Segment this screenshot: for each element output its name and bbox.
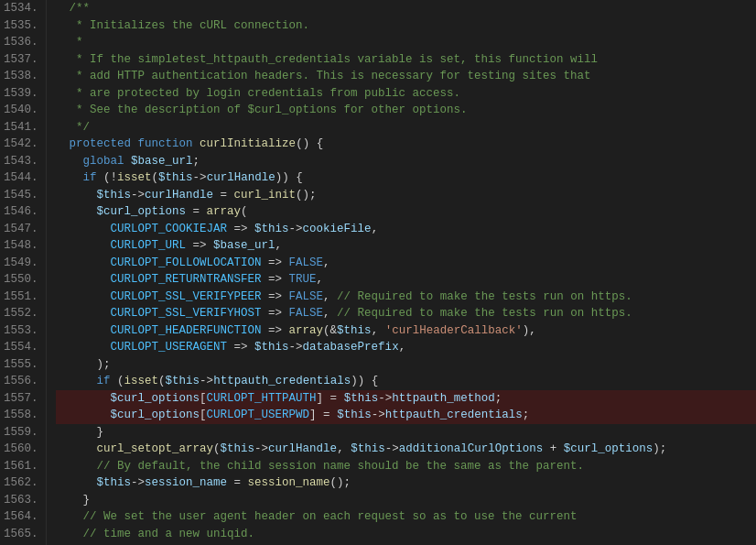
token: // Required to make the tests run on htt… <box>337 290 632 303</box>
token: * add HTTP authentication headers. This … <box>56 70 591 82</box>
token: $this <box>97 476 132 489</box>
code-line: CURLOPT_FOLLOWLOCATION => FALSE, <box>56 255 756 272</box>
token: (); <box>330 476 351 489</box>
token: CURLOPT_URL <box>111 239 187 252</box>
token: $base_url <box>213 239 275 252</box>
code-editor: 1534.1535.1536.1537.1538.1539.1540.1541.… <box>0 0 756 545</box>
token: , <box>337 442 351 455</box>
token: ( <box>158 375 166 387</box>
code-line: $curl_options[CURLOPT_USERPWD] = $this->… <box>56 407 756 424</box>
token <box>131 137 138 150</box>
token: ); <box>653 442 666 455</box>
token: CURLOPT_FOLLOWLOCATION <box>111 256 262 269</box>
token <box>56 205 97 218</box>
token: + <box>543 442 564 455</box>
token: (& <box>323 324 337 337</box>
code-line: curl_setopt_array($this->curlHandle, $th… <box>56 441 756 458</box>
token: ); <box>56 358 111 371</box>
token: FALSE <box>289 307 324 320</box>
token: ), <box>523 324 536 337</box>
token: * See the description of $curl_options f… <box>56 104 468 116</box>
token: CURLOPT_USERAGENT <box>111 341 228 354</box>
token: $curl_options <box>111 409 200 421</box>
token <box>56 324 111 337</box>
code-line: CURLOPT_SSL_VERIFYPEER => FALSE, // Requ… <box>56 289 756 306</box>
line-number: 1542. <box>4 136 38 153</box>
code-line: $curl_options[CURLOPT_HTTPAUTH] = $this-… <box>56 390 756 408</box>
token: // time and a new uniqid. <box>56 528 255 540</box>
line-number: 1556. <box>4 373 38 390</box>
token <box>56 171 83 184</box>
token: )) { <box>275 171 303 184</box>
token: 'curlHeaderCallback' <box>385 324 523 337</box>
token: = <box>186 205 207 218</box>
code-line: * See the description of $curl_options f… <box>56 102 756 119</box>
token: global <box>83 155 124 168</box>
token <box>56 307 111 320</box>
token: => <box>262 324 289 337</box>
token <box>56 341 111 354</box>
token: httpauth_credentials <box>213 375 351 387</box>
token: isset <box>117 171 152 184</box>
code-line: } <box>56 424 756 441</box>
token: , <box>323 290 337 303</box>
token: * are protected by login credentials fro… <box>56 87 461 100</box>
token: $this <box>254 223 289 235</box>
token: , <box>275 239 283 252</box>
token <box>56 409 111 421</box>
token: databasePrefix <box>303 341 399 354</box>
token <box>56 273 111 286</box>
line-number: 1562. <box>4 474 38 492</box>
token: (); <box>296 189 317 202</box>
code-line: */ <box>56 119 756 136</box>
token: => <box>227 223 254 235</box>
code-line: global $base_url; <box>56 153 756 170</box>
code-content[interactable]: /** * Initializes the cURL connection. *… <box>47 0 756 545</box>
code-line: // By default, the child session name sh… <box>56 458 756 475</box>
token <box>56 256 111 269</box>
code-line: CURLOPT_USERAGENT => $this->databasePref… <box>56 339 756 356</box>
token: $curl_options <box>97 205 187 218</box>
code-line: /** <box>56 0 756 17</box>
token: , <box>372 324 385 337</box>
line-number-gutter: 1534.1535.1536.1537.1538.1539.1540.1541.… <box>0 0 47 545</box>
token: , <box>323 256 330 269</box>
token: (! <box>97 171 118 184</box>
token: ( <box>213 442 221 455</box>
token: curl_init <box>234 189 297 202</box>
token: session_name <box>248 476 330 489</box>
token: CURLOPT_SSL_VERIFYPEER <box>111 290 262 303</box>
code-line: * <box>56 34 756 51</box>
token <box>56 155 83 168</box>
token: curlHandle <box>145 189 213 202</box>
line-number: 1557. <box>4 390 38 408</box>
token: isset <box>124 375 159 387</box>
code-line: $this->session_name = session_name(); <box>56 474 756 492</box>
line-number: 1563. <box>4 492 38 509</box>
token: [ <box>200 392 207 405</box>
line-number: 1553. <box>4 322 38 340</box>
token <box>56 476 97 489</box>
token: if <box>97 375 111 387</box>
line-number: 1534. <box>4 0 38 17</box>
token <box>56 223 111 235</box>
token <box>56 442 97 455</box>
token: // By default, the child session name sh… <box>56 460 585 473</box>
token: , <box>399 341 406 354</box>
token: FALSE <box>289 256 324 269</box>
token: FALSE <box>289 290 324 303</box>
token: session_name <box>145 476 227 489</box>
line-number: 1535. <box>4 17 38 35</box>
line-number: 1558. <box>4 407 38 424</box>
line-number: 1543. <box>4 153 38 170</box>
token: */ <box>56 121 91 134</box>
token: ] = <box>309 409 337 421</box>
token: $this <box>158 171 193 184</box>
line-number: 1559. <box>4 424 38 441</box>
code-line: if (isset($this->httpauth_credentials)) … <box>56 373 756 390</box>
token: // Required to make the tests run on htt… <box>337 307 632 320</box>
token: = <box>227 476 248 489</box>
token: TRUE <box>289 273 317 286</box>
token: $this <box>337 324 372 337</box>
token: if <box>83 171 97 184</box>
